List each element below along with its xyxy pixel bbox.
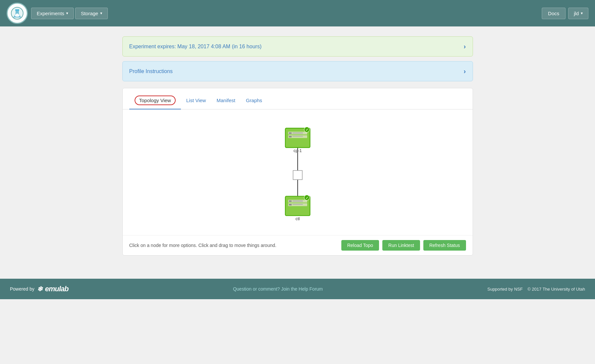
footer-support: Supported by NSF © 2017 The University o… — [487, 287, 585, 292]
svg-rect-21 — [292, 200, 303, 201]
tab-list-view[interactable]: List View — [181, 95, 211, 107]
footer-help[interactable]: Question or comment? Join the Help Forum — [233, 286, 323, 292]
user-chevron-icon: ▾ — [581, 11, 583, 16]
brand-name: emulab — [45, 285, 68, 293]
svg-rect-11 — [292, 134, 303, 134]
flask-icon — [10, 6, 24, 20]
header-right: Docs jld ▾ — [542, 8, 588, 19]
profile-text: Profile Instructions — [129, 68, 173, 74]
svg-rect-20 — [289, 200, 292, 202]
powered-by-text: Powered by — [10, 286, 34, 292]
expiry-alert[interactable]: Experiment expires: May 18, 2017 4:08 AM… — [122, 36, 473, 57]
snowflake-icon: ❄ — [37, 285, 42, 293]
svg-rect-13 — [289, 136, 292, 137]
topology-hint: Click on a node for more options. Click … — [129, 243, 276, 248]
svg-text:✓: ✓ — [305, 128, 308, 132]
svg-text:ctl: ctl — [295, 216, 300, 221]
experiments-menu-button[interactable]: Experiments ▾ — [31, 8, 74, 19]
storage-menu-button[interactable]: Storage ▾ — [75, 8, 108, 19]
svg-rect-1 — [15, 9, 19, 11]
storage-chevron-icon: ▾ — [100, 11, 102, 16]
main-header: Experiments ▾ Storage ▾ Docs jld ▾ — [0, 0, 595, 26]
docs-button[interactable]: Docs — [542, 8, 566, 19]
profile-alert[interactable]: Profile Instructions › — [122, 61, 473, 81]
footer-brand: Powered by ❄ emulab — [10, 285, 68, 293]
tab-manifest[interactable]: Manifest — [211, 95, 241, 107]
tab-graphs[interactable]: Graphs — [240, 95, 267, 107]
topology-tabs: Topology View List View Manifest Graphs — [123, 88, 473, 109]
experiments-chevron-icon: ▾ — [66, 11, 68, 16]
profile-arrow-icon: › — [464, 67, 466, 75]
topology-bottom-bar: Click on a node for more options. Click … — [123, 235, 473, 255]
svg-text:cp-1: cp-1 — [293, 148, 302, 153]
tab-topology-view[interactable]: Topology View — [129, 93, 181, 109]
topology-panel: Topology View List View Manifest Graphs — [122, 88, 473, 256]
run-linktest-button[interactable]: Run Linktest — [382, 240, 420, 251]
expiry-arrow-icon: › — [464, 43, 466, 50]
svg-rect-9 — [289, 132, 292, 134]
svg-rect-10 — [292, 132, 303, 133]
logo — [7, 3, 28, 24]
user-menu-button[interactable]: jld ▾ — [568, 8, 588, 19]
topology-actions: Reload Topo Run Linktest Refresh Status — [341, 240, 466, 251]
link-node — [293, 171, 302, 180]
page-footer: Powered by ❄ emulab Question or comment?… — [0, 279, 595, 299]
svg-rect-22 — [292, 202, 303, 202]
main-nav: Experiments ▾ Storage ▾ — [31, 8, 538, 19]
help-forum-link[interactable]: Question or comment? Join the Help Forum — [233, 286, 323, 292]
topology-canvas: ✓ cp-1 ✓ ctl — [123, 109, 473, 235]
topology-diagram: ✓ cp-1 ✓ ctl — [265, 119, 331, 225]
svg-point-5 — [16, 14, 19, 16]
reload-topo-button[interactable]: Reload Topo — [341, 240, 379, 251]
refresh-status-button[interactable]: Refresh Status — [423, 240, 466, 251]
svg-rect-24 — [289, 204, 292, 205]
svg-rect-25 — [292, 204, 303, 205]
expiry-text: Experiment expires: May 18, 2017 4:08 AM… — [129, 44, 262, 50]
svg-rect-14 — [292, 136, 303, 137]
main-content: Experiment expires: May 18, 2017 4:08 AM… — [116, 26, 480, 265]
svg-text:✓: ✓ — [305, 196, 308, 200]
